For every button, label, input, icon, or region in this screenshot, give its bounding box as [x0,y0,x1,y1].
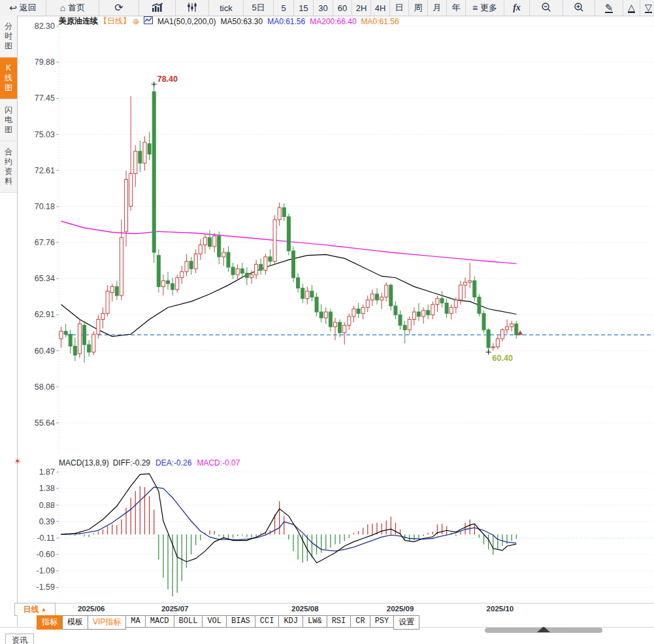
macd-settings-icon[interactable]: ☀ [14,456,22,466]
bar-chart-icon [152,3,163,14]
macd-header: MACD(13,8,9) DIFF:-0.29 DEA:-0.26 MACD:-… [59,458,240,467]
high-price-annotation: 78.40 [157,75,178,84]
sidebar-item-kline-chart[interactable]: K线图 [0,58,17,99]
svg-text:1.87: 1.87 [39,467,55,477]
triangle-up-icon: △ [628,3,635,13]
tab-boll[interactable]: BOLL [174,615,203,628]
fx-icon: fx [513,3,521,13]
svg-text:60.49: 60.49 [35,347,55,356]
triangle-down-tool-button[interactable]: ▽ [640,0,654,16]
interval-tick-button[interactable]: tick [209,0,244,16]
triangle-up-tool-button[interactable]: △ [623,0,640,16]
tab-vip-indicator[interactable]: VIP指标 [88,615,126,630]
tab-ma[interactable]: MA [125,615,145,628]
svg-text:82.30: 82.30 [35,22,55,31]
svg-text:-1.59: -1.59 [37,583,56,592]
interval-5day-label: 5日 [252,2,265,14]
interval-15min-label: 15 [299,3,308,13]
scrollbar-handle-icon[interactable] [537,626,550,632]
interval-5day-button[interactable]: 5日 [244,0,274,16]
annotations-layer: 78.4060.40 [152,75,523,363]
indicator-fx-button[interactable]: fx [504,0,530,16]
news-tab[interactable]: 资讯 [5,634,34,644]
svg-text:0.88: 0.88 [39,501,55,510]
interval-day-button[interactable]: 日 [390,0,409,16]
bar-chart-view-button[interactable] [139,0,176,16]
zoom-in-button[interactable] [563,0,595,16]
back-button[interactable]: ↩ 返回 [0,0,46,16]
candlestick-icon [187,3,197,14]
last-price-marker [517,330,523,335]
tab-lw[interactable]: LW& [302,615,327,628]
ma0-orange-value: MA0:61.56 [361,17,399,26]
home-icon: ⌂ [60,3,65,12]
tab-psy[interactable]: PSY [370,615,395,628]
interval-5min-label: 5 [281,3,286,13]
interval-60min-label: 60 [338,3,347,13]
left-sidebar: 分时图 K线图 闪电图 合约资料 [0,16,18,633]
interval-year-button[interactable]: 年 [447,0,466,16]
interval-week-label: 周 [414,2,423,14]
period-selector-arrow-icon: ▲ [41,606,47,613]
tab-indicator[interactable]: 指标 [37,615,63,630]
interval-30min-button[interactable]: 30 [314,0,333,16]
svg-text:79.88: 79.88 [35,58,55,67]
tab-rsi[interactable]: RSI [327,615,352,628]
trading-app-window: { "toolbar": { "back": "返回", "home": "首页… [0,0,654,644]
interval-15min-button[interactable]: 15 [294,0,314,16]
back-label: 返回 [20,2,37,14]
footer-row [0,634,654,644]
svg-text:1.38: 1.38 [39,484,55,493]
tab-bias[interactable]: BIAS [226,615,255,628]
sidebar-item-lightning-chart[interactable]: 闪电图 [0,99,17,141]
refresh-icon: ⟳ [114,3,123,13]
home-button[interactable]: ⌂ 首页 [46,0,99,16]
overlay-chart-icon[interactable] [144,16,153,26]
svg-text:77.45: 77.45 [35,93,55,103]
zoom-out-button[interactable] [530,0,563,16]
interval-month-button[interactable]: 月 [428,0,447,16]
more-label: 更多 [480,2,497,14]
period-selector[interactable]: 日线 ▲ [14,603,56,616]
interval-2h-button[interactable]: 2H [352,0,371,16]
tab-macd[interactable]: MACD [145,615,174,628]
tab-template[interactable]: 模板 [62,615,88,630]
grid-layer: 82.3079.8877.4575.0372.6170.1867.7665.34… [35,22,654,596]
ma-config-label: MA1(50,0,200,0) [157,17,216,26]
interval-5min-button[interactable]: 5 [274,0,294,16]
interval-week-button[interactable]: 周 [409,0,428,16]
date-axis-strip [18,603,654,616]
tab-cr[interactable]: CR [350,615,370,628]
indicator-settings-gear-icon[interactable]: ⊕ [133,17,139,26]
sidebar-item-time-chart[interactable]: 分时图 [0,16,17,58]
interval-tick-label: tick [220,3,233,13]
zoom-in-icon [574,2,584,14]
tab-settings[interactable]: 设置 [393,615,419,630]
svg-text:67.76: 67.76 [35,238,55,247]
indicator-tab-bar: 指标 模板 VIP指标 MA MACD BOLL VOL BIAS CCI KD… [18,615,654,627]
sidebar-item-contract-info[interactable]: 合约资料 [0,141,17,193]
dea-line [61,487,517,551]
more-button[interactable]: ≡ 更多 [466,0,504,16]
refresh-button[interactable]: ⟳ [99,0,139,16]
price-chart-header: 美原油连续 【日线】 ⊕ MA1(50,0,200,0) MA50:63.30 … [59,16,399,26]
ma50-value: MA50:63.30 [220,17,263,26]
tab-cci[interactable]: CCI [255,615,280,628]
ma200-line [61,221,517,263]
interval-4h-button[interactable]: 4H [371,0,390,16]
ma200-value: MA200:66.40 [310,17,356,26]
interval-60min-button[interactable]: 60 [333,0,352,16]
candlestick-view-button[interactable] [176,0,209,16]
tab-vol[interactable]: VOL [202,615,227,628]
period-selector-label: 日线 [24,604,39,615]
svg-text:70.18: 70.18 [35,202,55,211]
pencil-icon: ✎ [605,3,613,13]
zoom-out-icon [541,2,551,14]
kline-macd-chart: 82.3079.8877.4575.0372.6170.1867.7665.34… [0,0,654,644]
tab-kdj[interactable]: KDJ [278,615,303,628]
svg-text:62.91: 62.91 [35,310,55,319]
ma0-blue-value: MA0:61.56 [267,17,305,26]
svg-text:-1.09: -1.09 [37,566,56,575]
draw-button[interactable]: ✎ [595,0,623,16]
interval-4h-label: 4H [375,3,386,13]
